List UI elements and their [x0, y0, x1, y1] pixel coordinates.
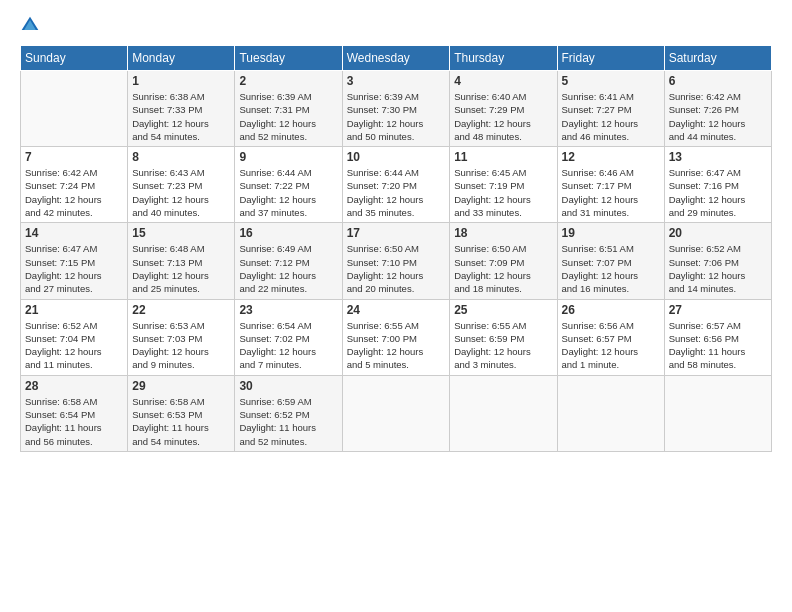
- day-cell: 11Sunrise: 6:45 AM Sunset: 7:19 PM Dayli…: [450, 147, 557, 223]
- weekday-header-tuesday: Tuesday: [235, 46, 342, 71]
- page: SundayMondayTuesdayWednesdayThursdayFrid…: [0, 0, 792, 612]
- day-number: 12: [562, 150, 660, 164]
- day-cell: 20Sunrise: 6:52 AM Sunset: 7:06 PM Dayli…: [664, 223, 771, 299]
- day-info: Sunrise: 6:42 AM Sunset: 7:24 PM Dayligh…: [25, 166, 123, 219]
- day-number: 24: [347, 303, 446, 317]
- day-info: Sunrise: 6:48 AM Sunset: 7:13 PM Dayligh…: [132, 242, 230, 295]
- week-row-5: 28Sunrise: 6:58 AM Sunset: 6:54 PM Dayli…: [21, 375, 772, 451]
- day-cell: 19Sunrise: 6:51 AM Sunset: 7:07 PM Dayli…: [557, 223, 664, 299]
- day-info: Sunrise: 6:47 AM Sunset: 7:15 PM Dayligh…: [25, 242, 123, 295]
- day-info: Sunrise: 6:47 AM Sunset: 7:16 PM Dayligh…: [669, 166, 767, 219]
- day-number: 21: [25, 303, 123, 317]
- day-cell: 17Sunrise: 6:50 AM Sunset: 7:10 PM Dayli…: [342, 223, 450, 299]
- week-row-3: 14Sunrise: 6:47 AM Sunset: 7:15 PM Dayli…: [21, 223, 772, 299]
- day-cell: 15Sunrise: 6:48 AM Sunset: 7:13 PM Dayli…: [128, 223, 235, 299]
- day-number: 14: [25, 226, 123, 240]
- logo-icon: [20, 15, 40, 35]
- day-cell: 6Sunrise: 6:42 AM Sunset: 7:26 PM Daylig…: [664, 71, 771, 147]
- day-cell: 18Sunrise: 6:50 AM Sunset: 7:09 PM Dayli…: [450, 223, 557, 299]
- day-cell: [450, 375, 557, 451]
- weekday-header-thursday: Thursday: [450, 46, 557, 71]
- header: [20, 15, 772, 35]
- weekday-header-friday: Friday: [557, 46, 664, 71]
- day-cell: 29Sunrise: 6:58 AM Sunset: 6:53 PM Dayli…: [128, 375, 235, 451]
- day-cell: 13Sunrise: 6:47 AM Sunset: 7:16 PM Dayli…: [664, 147, 771, 223]
- day-info: Sunrise: 6:42 AM Sunset: 7:26 PM Dayligh…: [669, 90, 767, 143]
- day-number: 22: [132, 303, 230, 317]
- day-cell: 23Sunrise: 6:54 AM Sunset: 7:02 PM Dayli…: [235, 299, 342, 375]
- day-info: Sunrise: 6:49 AM Sunset: 7:12 PM Dayligh…: [239, 242, 337, 295]
- day-info: Sunrise: 6:57 AM Sunset: 6:56 PM Dayligh…: [669, 319, 767, 372]
- day-cell: 16Sunrise: 6:49 AM Sunset: 7:12 PM Dayli…: [235, 223, 342, 299]
- day-cell: 14Sunrise: 6:47 AM Sunset: 7:15 PM Dayli…: [21, 223, 128, 299]
- day-info: Sunrise: 6:58 AM Sunset: 6:53 PM Dayligh…: [132, 395, 230, 448]
- day-cell: [557, 375, 664, 451]
- logo: [20, 15, 44, 35]
- weekday-header-wednesday: Wednesday: [342, 46, 450, 71]
- day-number: 28: [25, 379, 123, 393]
- day-cell: 27Sunrise: 6:57 AM Sunset: 6:56 PM Dayli…: [664, 299, 771, 375]
- day-info: Sunrise: 6:52 AM Sunset: 7:04 PM Dayligh…: [25, 319, 123, 372]
- day-info: Sunrise: 6:41 AM Sunset: 7:27 PM Dayligh…: [562, 90, 660, 143]
- day-number: 10: [347, 150, 446, 164]
- day-number: 18: [454, 226, 552, 240]
- day-info: Sunrise: 6:45 AM Sunset: 7:19 PM Dayligh…: [454, 166, 552, 219]
- day-info: Sunrise: 6:40 AM Sunset: 7:29 PM Dayligh…: [454, 90, 552, 143]
- day-number: 3: [347, 74, 446, 88]
- day-cell: 4Sunrise: 6:40 AM Sunset: 7:29 PM Daylig…: [450, 71, 557, 147]
- day-number: 30: [239, 379, 337, 393]
- day-number: 5: [562, 74, 660, 88]
- day-info: Sunrise: 6:55 AM Sunset: 6:59 PM Dayligh…: [454, 319, 552, 372]
- day-number: 13: [669, 150, 767, 164]
- day-cell: 24Sunrise: 6:55 AM Sunset: 7:00 PM Dayli…: [342, 299, 450, 375]
- day-number: 8: [132, 150, 230, 164]
- day-number: 9: [239, 150, 337, 164]
- day-cell: [664, 375, 771, 451]
- day-info: Sunrise: 6:55 AM Sunset: 7:00 PM Dayligh…: [347, 319, 446, 372]
- day-cell: 10Sunrise: 6:44 AM Sunset: 7:20 PM Dayli…: [342, 147, 450, 223]
- day-info: Sunrise: 6:43 AM Sunset: 7:23 PM Dayligh…: [132, 166, 230, 219]
- day-number: 15: [132, 226, 230, 240]
- day-number: 29: [132, 379, 230, 393]
- day-number: 20: [669, 226, 767, 240]
- week-row-1: 1Sunrise: 6:38 AM Sunset: 7:33 PM Daylig…: [21, 71, 772, 147]
- day-number: 2: [239, 74, 337, 88]
- week-row-2: 7Sunrise: 6:42 AM Sunset: 7:24 PM Daylig…: [21, 147, 772, 223]
- day-number: 25: [454, 303, 552, 317]
- day-info: Sunrise: 6:52 AM Sunset: 7:06 PM Dayligh…: [669, 242, 767, 295]
- day-cell: 8Sunrise: 6:43 AM Sunset: 7:23 PM Daylig…: [128, 147, 235, 223]
- day-cell: [21, 71, 128, 147]
- day-info: Sunrise: 6:58 AM Sunset: 6:54 PM Dayligh…: [25, 395, 123, 448]
- day-info: Sunrise: 6:39 AM Sunset: 7:30 PM Dayligh…: [347, 90, 446, 143]
- day-info: Sunrise: 6:50 AM Sunset: 7:09 PM Dayligh…: [454, 242, 552, 295]
- day-info: Sunrise: 6:46 AM Sunset: 7:17 PM Dayligh…: [562, 166, 660, 219]
- day-cell: 5Sunrise: 6:41 AM Sunset: 7:27 PM Daylig…: [557, 71, 664, 147]
- day-info: Sunrise: 6:50 AM Sunset: 7:10 PM Dayligh…: [347, 242, 446, 295]
- day-info: Sunrise: 6:53 AM Sunset: 7:03 PM Dayligh…: [132, 319, 230, 372]
- day-info: Sunrise: 6:59 AM Sunset: 6:52 PM Dayligh…: [239, 395, 337, 448]
- day-cell: 28Sunrise: 6:58 AM Sunset: 6:54 PM Dayli…: [21, 375, 128, 451]
- day-number: 17: [347, 226, 446, 240]
- day-number: 1: [132, 74, 230, 88]
- day-info: Sunrise: 6:39 AM Sunset: 7:31 PM Dayligh…: [239, 90, 337, 143]
- day-number: 26: [562, 303, 660, 317]
- weekday-header-monday: Monday: [128, 46, 235, 71]
- day-info: Sunrise: 6:44 AM Sunset: 7:20 PM Dayligh…: [347, 166, 446, 219]
- day-cell: 26Sunrise: 6:56 AM Sunset: 6:57 PM Dayli…: [557, 299, 664, 375]
- day-cell: 22Sunrise: 6:53 AM Sunset: 7:03 PM Dayli…: [128, 299, 235, 375]
- day-number: 4: [454, 74, 552, 88]
- day-cell: 25Sunrise: 6:55 AM Sunset: 6:59 PM Dayli…: [450, 299, 557, 375]
- calendar-table: SundayMondayTuesdayWednesdayThursdayFrid…: [20, 45, 772, 452]
- day-cell: 12Sunrise: 6:46 AM Sunset: 7:17 PM Dayli…: [557, 147, 664, 223]
- day-cell: 3Sunrise: 6:39 AM Sunset: 7:30 PM Daylig…: [342, 71, 450, 147]
- day-cell: 2Sunrise: 6:39 AM Sunset: 7:31 PM Daylig…: [235, 71, 342, 147]
- day-info: Sunrise: 6:56 AM Sunset: 6:57 PM Dayligh…: [562, 319, 660, 372]
- day-cell: 7Sunrise: 6:42 AM Sunset: 7:24 PM Daylig…: [21, 147, 128, 223]
- weekday-header-saturday: Saturday: [664, 46, 771, 71]
- day-number: 6: [669, 74, 767, 88]
- day-number: 16: [239, 226, 337, 240]
- day-cell: 9Sunrise: 6:44 AM Sunset: 7:22 PM Daylig…: [235, 147, 342, 223]
- weekday-header-row: SundayMondayTuesdayWednesdayThursdayFrid…: [21, 46, 772, 71]
- day-cell: 1Sunrise: 6:38 AM Sunset: 7:33 PM Daylig…: [128, 71, 235, 147]
- week-row-4: 21Sunrise: 6:52 AM Sunset: 7:04 PM Dayli…: [21, 299, 772, 375]
